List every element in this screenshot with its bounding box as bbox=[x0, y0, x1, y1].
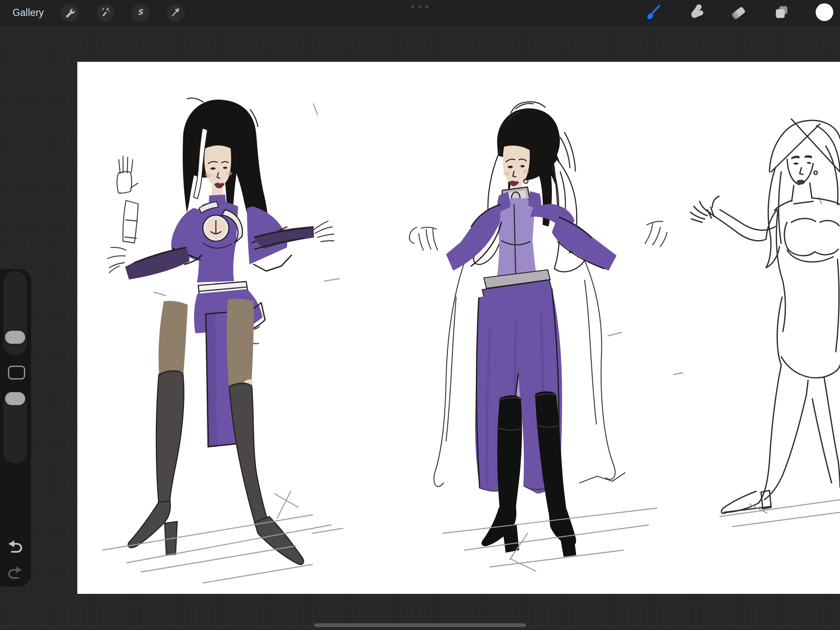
actions-button[interactable] bbox=[61, 4, 79, 22]
opacity-slider-handle[interactable] bbox=[5, 392, 25, 405]
color-button[interactable] bbox=[815, 3, 834, 23]
layers-button[interactable] bbox=[772, 3, 791, 23]
redo-button[interactable] bbox=[6, 563, 24, 581]
brush-size-slider-handle[interactable] bbox=[5, 331, 25, 344]
home-indicator[interactable] bbox=[314, 623, 526, 627]
procreate-workspace: { "topbar": { "gallery_label": "Gallery"… bbox=[0, 0, 840, 630]
undo-button[interactable] bbox=[6, 537, 24, 555]
drawing-canvas[interactable] bbox=[77, 62, 840, 594]
figure-3-line-sketch bbox=[690, 119, 840, 527]
undo-arrow-icon bbox=[6, 549, 24, 556]
redo-arrow-icon bbox=[6, 575, 24, 583]
figure-1-colored-sketch bbox=[102, 98, 343, 583]
svg-text:S: S bbox=[138, 8, 144, 16]
paint-brush-icon bbox=[645, 4, 662, 22]
wrench-icon bbox=[64, 7, 75, 19]
adjustments-button[interactable] bbox=[97, 4, 114, 22]
modify-button[interactable] bbox=[8, 366, 25, 380]
gallery-button[interactable]: Gallery bbox=[13, 0, 44, 26]
layers-icon bbox=[773, 4, 790, 22]
paint-tool-button[interactable] bbox=[643, 3, 663, 23]
figure-2-colored-sketch bbox=[410, 102, 683, 571]
magic-wand-icon bbox=[100, 7, 111, 19]
smudge-icon bbox=[688, 4, 705, 22]
erase-tool-button[interactable] bbox=[730, 3, 749, 23]
selection-button[interactable]: S bbox=[131, 4, 149, 22]
artwork-sketch bbox=[77, 62, 840, 594]
smudge-tool-button[interactable] bbox=[687, 3, 706, 23]
transform-arrow-icon bbox=[170, 7, 181, 19]
color-swatch-circle bbox=[815, 3, 834, 24]
canvas-options-dots[interactable] bbox=[411, 5, 429, 9]
selection-s-icon: S bbox=[135, 7, 146, 19]
eraser-icon bbox=[731, 4, 748, 22]
transform-button[interactable] bbox=[167, 4, 184, 22]
top-toolbar: Gallery S bbox=[0, 0, 840, 26]
